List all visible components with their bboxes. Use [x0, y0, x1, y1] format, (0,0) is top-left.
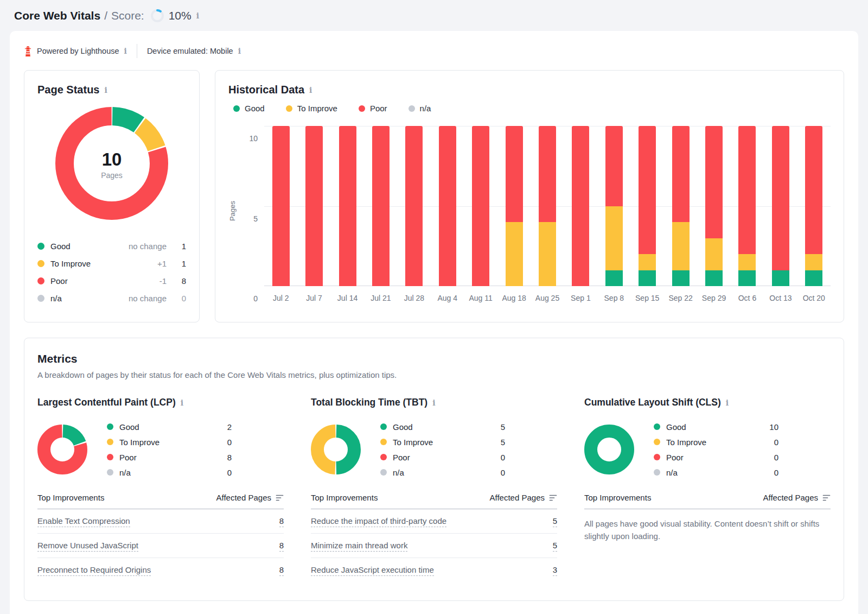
x-axis-tick-label: Sep 22 — [664, 294, 697, 302]
x-axis-tick-label: Aug 25 — [531, 294, 564, 302]
historical-data-title: Historical Data — [228, 84, 304, 96]
score-info-icon[interactable]: i — [196, 12, 199, 20]
overview-row: Page Status i 10 Pages Goodno change1To … — [24, 70, 844, 322]
affected-pages-count[interactable]: 8 — [279, 565, 284, 576]
metrics-grid: Largest Contentful Paint (LCP) i Good2To… — [37, 397, 831, 582]
improvement-row: Reduce JavaScript execution time3 — [311, 558, 557, 582]
bar-segment-poor — [506, 126, 523, 222]
score-value: 10% — [169, 9, 192, 22]
affected-pages-sort-control[interactable]: Affected Pages — [216, 493, 284, 502]
y-axis-tick-label: 0 — [236, 294, 258, 303]
improvements-column-header: Top Improvements — [37, 493, 104, 502]
bar-column — [364, 126, 397, 286]
metric-legend-label: To Improve — [119, 438, 159, 447]
metric-info-icon[interactable]: i — [432, 399, 435, 407]
chart-legend-item-poor[interactable]: Poor — [354, 104, 387, 113]
bar-segment-good — [639, 270, 656, 287]
bar-segment-poor — [738, 126, 756, 254]
chart-legend-item-to_improve[interactable]: To Improve — [281, 104, 337, 113]
metric-legend-row: n/a0 — [107, 465, 232, 480]
bar-segment-poor — [605, 126, 623, 206]
metric-title: Largest Contentful Paint (LCP) — [37, 397, 176, 408]
status-dot-to_improve — [654, 439, 660, 445]
page-status-legend-row: To Improve+11 — [37, 255, 186, 272]
bars-container — [264, 126, 831, 286]
status-dot-na — [107, 469, 113, 476]
bar-column — [664, 126, 697, 286]
bar-jul-14 — [339, 126, 356, 286]
historical-data-info-icon[interactable]: i — [309, 86, 312, 94]
improvement-row: Enable Text Compression8 — [37, 509, 284, 534]
status-dot-good — [37, 243, 44, 250]
bar-segment-good — [738, 270, 756, 287]
chart-legend-item-na[interactable]: n/a — [404, 104, 431, 113]
improvement-link[interactable]: Remove Unused JavaScript — [37, 541, 138, 552]
affected-pages-count[interactable]: 8 — [279, 541, 284, 552]
page-status-title: Page Status — [37, 84, 99, 96]
page-status-card: Page Status i 10 Pages Goodno change1To … — [24, 70, 200, 322]
metric-legend-row: Poor8 — [107, 450, 232, 465]
metric-panel-tbt: Total Blocking Time (TBT) i Good5To Impr… — [311, 397, 557, 582]
bar-column — [731, 126, 764, 286]
x-axis-tick-label: Oct 13 — [764, 294, 797, 302]
improvements-column-header: Top Improvements — [311, 493, 378, 502]
bar-segment-poor — [272, 126, 290, 286]
bar-column — [398, 126, 431, 286]
improvement-link[interactable]: Reduce JavaScript execution time — [311, 565, 434, 576]
status-dot-good — [107, 423, 113, 430]
metric-info-icon[interactable]: i — [181, 399, 183, 407]
powered-by-info-icon[interactable]: i — [124, 47, 127, 55]
chart-legend-item-good[interactable]: Good — [228, 104, 265, 113]
affected-pages-count[interactable]: 3 — [553, 565, 557, 576]
x-axis-tick-label: Jul 28 — [398, 294, 431, 302]
bar-segment-poor — [572, 126, 589, 286]
metric-legend-label: Good — [666, 422, 686, 432]
meta-bar: Powered by Lighthouse i Device emulated:… — [24, 44, 844, 58]
status-change-value: no change — [129, 242, 167, 251]
metric-legend-value: 0 — [774, 438, 778, 447]
x-axis-tick-label: Jul 2 — [264, 294, 297, 302]
bar-oct-13 — [772, 126, 789, 286]
affected-pages-sort-control[interactable]: Affected Pages — [490, 493, 557, 502]
x-axis-tick-label: Sep 1 — [564, 294, 597, 302]
bar-column — [331, 126, 364, 286]
legend-label: Poor — [370, 104, 387, 113]
page-status-legend: Goodno change1To Improve+11Poor-18n/ano … — [37, 237, 186, 307]
metric-info-icon[interactable]: i — [726, 399, 729, 407]
improvement-link[interactable]: Minimize main thread work — [311, 541, 407, 552]
metric-legend-value: 0 — [227, 438, 232, 447]
improvement-link[interactable]: Preconnect to Required Origins — [37, 565, 151, 576]
metric-donut-chart — [584, 425, 634, 474]
affected-pages-count[interactable]: 5 — [553, 516, 557, 527]
bar-segment-poor — [339, 126, 356, 286]
bar-segment-poor — [705, 126, 723, 238]
x-axis-tick-label: Sep 29 — [697, 294, 730, 302]
device-info-icon[interactable]: i — [238, 47, 241, 55]
legend-dot-good — [233, 105, 240, 112]
affected-pages-column-header: Affected Pages — [216, 493, 271, 502]
improvement-link[interactable]: Reduce the impact of third-party code — [311, 516, 446, 527]
metric-legend-value: 10 — [769, 422, 778, 432]
improvement-link[interactable]: Enable Text Compression — [37, 516, 130, 527]
metric-legend-row: n/a0 — [654, 465, 778, 480]
status-change-value: +1 — [157, 259, 167, 268]
affected-pages-count[interactable]: 5 — [553, 541, 557, 552]
legend-dot-to_improve — [286, 105, 292, 112]
x-axis-tick-label: Oct 20 — [797, 294, 831, 302]
bar-column — [697, 126, 730, 286]
bar-oct-20 — [805, 126, 822, 286]
bar-segment-poor — [672, 126, 690, 222]
bar-column — [764, 126, 797, 286]
affected-pages-count[interactable]: 8 — [279, 516, 284, 527]
improvements-column-header: Top Improvements — [584, 493, 651, 502]
bar-sep-8 — [605, 126, 623, 286]
metric-legend: Good5To Improve5Poor0n/a0 — [380, 419, 505, 480]
affected-pages-sort-control[interactable]: Affected Pages — [763, 493, 831, 502]
metric-legend-value: 0 — [227, 468, 232, 477]
affected-pages-column-header: Affected Pages — [763, 493, 818, 502]
breadcrumb-separator: / — [104, 9, 107, 22]
page-status-info-icon[interactable]: i — [104, 86, 107, 94]
improvements-table: Top Improvements Affected Pages Reduce t… — [311, 493, 557, 582]
status-dot-na — [380, 469, 387, 476]
status-count-value: 1 — [174, 259, 186, 268]
